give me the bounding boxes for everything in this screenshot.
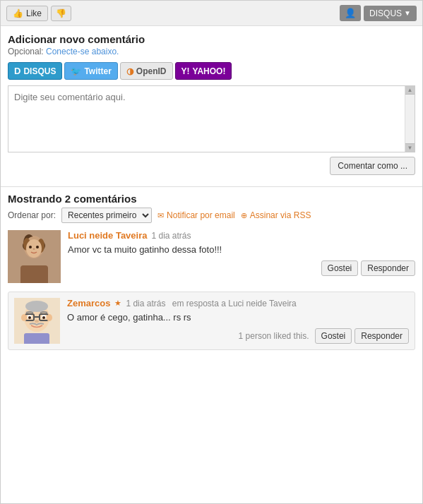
- likes-text-2: 1 person liked this.: [239, 331, 309, 341]
- disqus-menu-button[interactable]: DISQUS ▼: [364, 6, 417, 21]
- comment-time-2: 1 dia atrás: [126, 299, 165, 308]
- comment-body-1: Luci neide Taveira 1 dia atrás Amor vc t…: [68, 230, 415, 283]
- avatar-2: [14, 298, 60, 344]
- svg-point-9: [29, 246, 32, 248]
- login-disqus-button[interactable]: D DISQUS: [8, 62, 62, 80]
- disqus-button-label: DISQUS: [23, 66, 56, 76]
- openid-button-label: OpenID: [136, 66, 167, 76]
- rss-label: Assinar via RSS: [250, 210, 311, 220]
- svg-point-21: [21, 314, 27, 321]
- login-buttons-row: D DISQUS 🐦 Twitter ◑ OpenID Y! YAHOO!: [8, 62, 415, 80]
- notify-email-label: Notificar por email: [167, 210, 235, 220]
- comment-item-1: Luci neide Taveira 1 dia atrás Amor vc t…: [8, 230, 415, 283]
- avatar-1: [8, 230, 61, 283]
- scrollbar-track: ▲ ▼: [405, 86, 415, 152]
- disqus-d-icon: D: [14, 66, 20, 76]
- svg-point-18: [28, 316, 31, 319]
- star-icon: ★: [114, 299, 121, 308]
- twitter-bird-icon: 🐦: [71, 66, 81, 76]
- comment-text-2: O amor é cego, gatinha... rs rs: [67, 311, 409, 324]
- yahoo-button-label: YAHOO!: [193, 66, 226, 76]
- comments-header: Mostrando 2 comentários: [8, 193, 415, 205]
- like-comment-2-button[interactable]: Gostei: [315, 328, 352, 344]
- comment-as-button[interactable]: Comentar como ...: [330, 157, 415, 175]
- svg-point-8: [26, 239, 42, 258]
- svg-point-22: [47, 314, 52, 321]
- comment-actions-1: Gostei Responder: [68, 260, 415, 276]
- openid-icon: ◑: [126, 66, 133, 76]
- scrollbar-up-arrow[interactable]: ▲: [405, 86, 415, 95]
- comment-author-1: Luci neide Taveira: [68, 230, 147, 241]
- thumbs-up-icon: 👍: [13, 8, 23, 18]
- disqus-arrow-icon: ▼: [404, 9, 411, 17]
- comment-author-2: Zemarcos: [67, 298, 110, 308]
- svg-rect-24: [24, 333, 49, 344]
- reply-comment-2-button[interactable]: Responder: [355, 328, 409, 344]
- login-openid-button[interactable]: ◑ OpenID: [120, 62, 173, 80]
- add-comment-title: Adicionar novo comentário: [8, 33, 415, 45]
- comment-actions-2: 1 person liked this. Gostei Responder: [67, 328, 409, 344]
- notify-email-link[interactable]: ✉ Notificar por email: [157, 210, 235, 220]
- like-button[interactable]: 👍 Like: [6, 6, 48, 21]
- user-icon-button[interactable]: 👤: [340, 5, 361, 21]
- comment-item-2: Zemarcos ★ 1 dia atrás em resposta a Luc…: [8, 292, 415, 350]
- top-bar-right: 👤 DISQUS ▼: [340, 5, 417, 21]
- svg-point-23: [25, 301, 48, 312]
- twitter-button-label: Twitter: [84, 66, 111, 76]
- rss-icon: ⊕: [241, 211, 247, 220]
- like-comment-1-button[interactable]: Gostei: [321, 260, 359, 276]
- top-bar: 👍 Like 👎 👤 DISQUS ▼: [1, 1, 422, 26]
- sort-label: Ordenar por:: [8, 210, 56, 220]
- comment-meta-2: Zemarcos ★ 1 dia atrás em resposta a Luc…: [67, 298, 409, 308]
- scrollbar-down-arrow[interactable]: ▼: [405, 143, 415, 152]
- connect-link[interactable]: Conecte-se abaixo.: [46, 47, 119, 56]
- svg-rect-2: [20, 265, 48, 283]
- login-twitter-button[interactable]: 🐦 Twitter: [64, 62, 117, 80]
- comment-text-1: Amor vc ta muito gatinho dessa foto!!!: [68, 244, 415, 256]
- svg-point-19: [42, 316, 45, 319]
- comment-time-1: 1 dia atrás: [151, 231, 191, 241]
- thumbs-down-icon: 👎: [56, 8, 66, 18]
- add-comment-subtitle: Opcional: Conecte-se abaixo.: [8, 47, 415, 56]
- email-icon: ✉: [157, 211, 164, 220]
- rss-link[interactable]: ⊕ Assinar via RSS: [241, 210, 311, 220]
- comment-textarea-wrapper: ▲ ▼: [8, 85, 415, 152]
- svg-point-10: [36, 246, 39, 248]
- main-container: 👍 Like 👎 👤 DISQUS ▼ Adicionar novo comen…: [1, 1, 422, 356]
- reply-comment-1-button[interactable]: Responder: [361, 260, 415, 276]
- top-bar-left: 👍 Like 👎: [6, 6, 71, 21]
- login-yahoo-button[interactable]: Y! YAHOO!: [175, 62, 232, 80]
- dislike-button[interactable]: 👎: [51, 6, 71, 21]
- comment-meta-1: Luci neide Taveira 1 dia atrás: [68, 230, 415, 241]
- comment-reply-info-2: em resposta a Luci neide Taveira: [169, 299, 296, 308]
- like-label: Like: [26, 8, 42, 18]
- add-comment-section: Adicionar novo comentário Opcional: Cone…: [1, 26, 422, 186]
- svg-point-20: [35, 320, 39, 323]
- comments-section: Mostrando 2 comentários Ordenar por: Rec…: [1, 187, 422, 356]
- reply-to-link[interactable]: Luci neide Taveira: [228, 299, 297, 308]
- comment-textarea[interactable]: [8, 86, 405, 150]
- yahoo-y-icon: Y!: [181, 66, 190, 76]
- comment-body-2: Zemarcos ★ 1 dia atrás em resposta a Luc…: [67, 298, 409, 344]
- comment-as-row: Comentar como ...: [8, 157, 415, 175]
- user-icon: 👤: [345, 8, 356, 18]
- disqus-menu-label: DISQUS: [369, 8, 402, 18]
- sort-row: Ordenar por: Recentes primeiro Antigas p…: [8, 208, 415, 223]
- sort-select[interactable]: Recentes primeiro Antigas primeiro: [61, 208, 152, 223]
